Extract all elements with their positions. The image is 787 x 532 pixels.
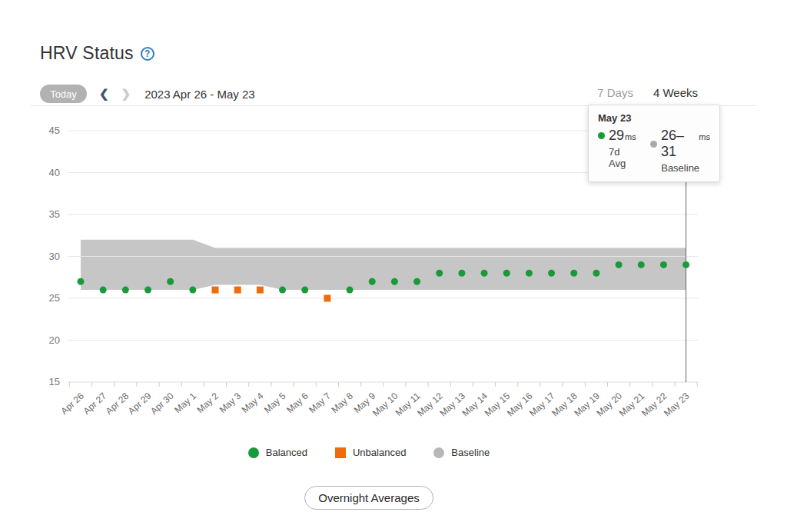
unbalanced-square-icon xyxy=(335,447,346,458)
y-axis-tick-label: 15 xyxy=(49,376,60,387)
tooltip-avg-value: 29 xyxy=(609,128,624,144)
chart-legend: Balanced Unbalanced Baseline xyxy=(0,447,738,458)
tooltip-avg-label: 7d Avg xyxy=(609,146,638,169)
data-point-balanced[interactable] xyxy=(481,270,488,277)
data-point-unbalanced[interactable] xyxy=(212,287,219,294)
tooltip-baseline-value: 26–31 xyxy=(661,128,698,160)
y-axis-tick-label: 20 xyxy=(49,334,60,346)
balanced-dot-icon xyxy=(598,132,605,139)
data-point-balanced[interactable] xyxy=(100,287,107,294)
chart-toolbar: Today ❮ ❯ 2023 Apr 26 - May 23 xyxy=(40,84,255,104)
legend-label: Baseline xyxy=(451,447,490,458)
range-tabs: 7 Days 4 Weeks xyxy=(597,86,698,99)
tooltip-avg-column: 29 ms 7d Avg xyxy=(598,128,638,174)
tooltip-avg-unit: ms xyxy=(625,132,636,141)
tooltip-date: May 23 xyxy=(598,112,710,124)
x-axis-tick-label: May 2 xyxy=(194,391,221,415)
footer: Overnight Averages xyxy=(0,486,738,510)
chevron-right-icon[interactable]: ❯ xyxy=(121,87,131,101)
x-axis-tick-label: May 4 xyxy=(240,391,266,415)
x-axis-tick-label: May 23 xyxy=(662,391,692,419)
x-axis-tick-label: May 5 xyxy=(262,391,288,415)
hrv-status-page: HRV Status ? Today ❮ ❯ 2023 Apr 26 - May… xyxy=(0,0,787,532)
x-axis-tick-label: May 3 xyxy=(218,391,244,415)
today-button[interactable]: Today xyxy=(40,85,87,103)
chart-tooltip: May 23 29 ms 7d Avg 26–31 ms Baseline xyxy=(588,105,720,182)
data-point-balanced[interactable] xyxy=(436,270,443,277)
data-point-balanced[interactable] xyxy=(593,270,599,277)
date-range-label: 2023 Apr 26 - May 23 xyxy=(144,88,254,101)
data-point-balanced[interactable] xyxy=(570,270,577,277)
legend-item-unbalanced: Unbalanced xyxy=(335,447,406,458)
data-point-balanced[interactable] xyxy=(458,270,465,277)
data-point-balanced[interactable] xyxy=(682,261,689,268)
data-point-balanced[interactable] xyxy=(660,261,667,268)
data-point-balanced[interactable] xyxy=(78,278,85,285)
x-axis-tick-label: May 7 xyxy=(307,391,333,415)
y-axis-tick-label: 45 xyxy=(49,125,60,136)
data-point-balanced[interactable] xyxy=(413,278,420,285)
data-point-unbalanced[interactable] xyxy=(234,287,241,294)
data-point-unbalanced[interactable] xyxy=(257,287,264,294)
tooltip-baseline-unit: ms xyxy=(699,132,710,141)
data-point-balanced[interactable] xyxy=(369,278,376,285)
legend-item-baseline: Baseline xyxy=(433,447,490,458)
tab-7-days[interactable]: 7 Days xyxy=(597,86,633,99)
x-axis-tick-label: Apr 29 xyxy=(126,391,154,417)
data-point-balanced[interactable] xyxy=(526,270,533,277)
balanced-circle-icon xyxy=(248,447,259,458)
y-axis-tick-label: 40 xyxy=(49,167,60,178)
y-axis-tick-label: 35 xyxy=(49,208,60,220)
x-axis-tick-label: May 6 xyxy=(284,391,310,415)
data-point-balanced[interactable] xyxy=(122,287,129,294)
page-title: HRV Status xyxy=(40,43,134,64)
x-axis-tick-label: May 1 xyxy=(172,391,198,415)
x-axis-tick-label: Apr 30 xyxy=(148,391,176,417)
data-point-balanced[interactable] xyxy=(189,287,196,294)
data-point-balanced[interactable] xyxy=(167,278,174,285)
data-point-balanced[interactable] xyxy=(279,287,286,294)
baseline-dot-icon xyxy=(650,141,657,148)
y-axis-tick-label: 30 xyxy=(49,251,60,262)
data-point-balanced[interactable] xyxy=(391,278,398,285)
baseline-circle-icon xyxy=(433,447,444,458)
legend-label: Balanced xyxy=(266,447,307,458)
data-point-balanced[interactable] xyxy=(503,270,510,277)
x-axis-tick-label: Apr 26 xyxy=(58,391,86,417)
overnight-averages-button[interactable]: Overnight Averages xyxy=(304,486,433,510)
chevron-left-icon[interactable]: ❮ xyxy=(99,87,109,101)
y-axis-tick-label: 25 xyxy=(49,292,60,304)
data-point-balanced[interactable] xyxy=(301,287,308,294)
tooltip-baseline-column: 26–31 ms Baseline xyxy=(650,128,710,174)
x-axis-tick-label: Apr 27 xyxy=(81,391,109,417)
x-axis-tick-label: May 8 xyxy=(329,391,355,415)
data-point-unbalanced[interactable] xyxy=(324,295,330,302)
tab-4-weeks[interactable]: 4 Weeks xyxy=(653,86,698,99)
x-axis-tick-label: May 10 xyxy=(370,391,400,419)
tooltip-baseline-label: Baseline xyxy=(661,162,710,174)
data-point-balanced[interactable] xyxy=(347,287,354,294)
x-axis-tick-label: Apr 28 xyxy=(104,391,131,417)
help-icon[interactable]: ? xyxy=(141,47,154,61)
data-point-balanced[interactable] xyxy=(638,261,645,268)
data-point-balanced[interactable] xyxy=(144,287,151,294)
data-point-balanced[interactable] xyxy=(548,270,555,277)
page-header: HRV Status ? xyxy=(40,43,154,64)
legend-label: Unbalanced xyxy=(353,447,406,458)
legend-item-balanced: Balanced xyxy=(248,447,307,458)
data-point-balanced[interactable] xyxy=(616,261,623,268)
